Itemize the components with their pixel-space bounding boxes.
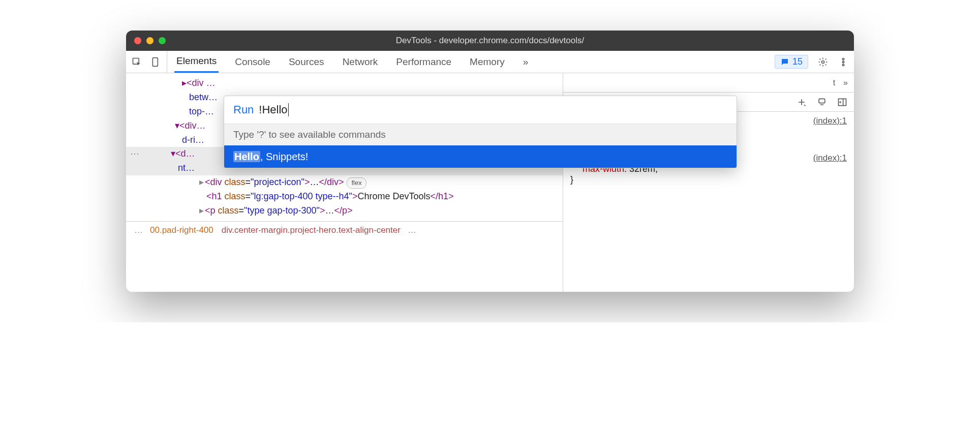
subtabs-overflow-icon[interactable]: »	[843, 78, 848, 87]
error-count: 15	[792, 56, 803, 67]
more-menu-icon[interactable]	[838, 56, 849, 68]
device-toggle-icon[interactable]	[150, 56, 162, 68]
svg-point-6	[842, 64, 844, 66]
tab-memory[interactable]: Memory	[468, 51, 507, 73]
command-input[interactable]: !Hello	[259, 103, 288, 116]
svg-rect-1	[152, 57, 158, 66]
tab-elements[interactable]: Elements	[174, 51, 219, 73]
dom-node[interactable]: ▸<p class="type gap-top-300">…</p>	[146, 204, 563, 218]
tab-performance[interactable]: Performance	[394, 51, 453, 73]
dom-text: betw…	[189, 92, 218, 102]
styles-subtabs: t »	[563, 73, 854, 93]
dom-text: top-…	[189, 106, 214, 116]
tab-console[interactable]: Console	[233, 51, 272, 73]
command-result-selected[interactable]: Hello, Snippets!	[224, 145, 737, 168]
toggle-sidebar-icon[interactable]	[837, 97, 848, 108]
tabs-overflow-icon[interactable]: »	[521, 51, 531, 73]
svg-point-3	[822, 60, 824, 63]
window-title: DevTools - developer.chrome.com/docs/dev…	[126, 36, 854, 46]
command-palette: Run !Hello Type '?' to see available com…	[224, 96, 737, 168]
result-text: , Snippets!	[260, 151, 309, 162]
flex-badge[interactable]: flex	[347, 177, 366, 189]
tab-sources[interactable]: Sources	[287, 51, 326, 73]
breadcrumb-item[interactable]: 00.pad-right-400	[146, 225, 218, 235]
svg-rect-7	[819, 99, 825, 103]
breadcrumb-item[interactable]: div.center-margin.project-hero.text-alig…	[218, 225, 405, 235]
command-hint: Type '?' to see available commands	[224, 124, 737, 145]
source-link[interactable]: (index):1	[813, 116, 847, 126]
dom-node[interactable]: <h1 class="lg:gap-top-400 type--h4">Chro…	[146, 190, 563, 204]
settings-icon[interactable]	[817, 56, 829, 68]
breadcrumb-overflow[interactable]: …	[405, 225, 419, 235]
svg-point-5	[842, 61, 844, 63]
dom-node[interactable]: ▸<div …	[182, 78, 216, 88]
svg-point-4	[842, 58, 844, 59]
command-prefix: Run	[233, 103, 254, 116]
content-area: ▸<div … betw… top-… ▾<div… d-ri… ▾<d… nt…	[126, 73, 854, 292]
tab-network[interactable]: Network	[341, 51, 380, 73]
panel-tabs: Elements Console Sources Network Perform…	[174, 51, 530, 73]
source-link[interactable]: (index):1	[813, 153, 847, 163]
subtab-truncated[interactable]: t	[833, 78, 835, 87]
dom-text: d-ri…	[182, 135, 204, 145]
main-toolbar: Elements Console Sources Network Perform…	[126, 51, 854, 73]
titlebar: DevTools - developer.chrome.com/docs/dev…	[126, 31, 854, 51]
breadcrumb[interactable]: … 00.pad-right-400 div.center-margin.pro…	[126, 221, 563, 239]
result-highlight: Hello	[233, 151, 260, 162]
breadcrumb-overflow[interactable]: …	[131, 225, 146, 235]
inspect-element-icon[interactable]	[131, 56, 142, 68]
error-count-badge[interactable]: 15	[775, 55, 808, 69]
new-style-rule-icon[interactable]	[796, 97, 807, 108]
dom-node[interactable]: ▸<div class="project-icon">…</div>flex	[146, 175, 563, 190]
toggle-classes-icon[interactable]	[816, 97, 828, 108]
command-input-row[interactable]: Run !Hello	[224, 96, 737, 124]
dom-node[interactable]: ▾<div…	[175, 120, 206, 131]
devtools-window: DevTools - developer.chrome.com/docs/dev…	[126, 31, 854, 292]
